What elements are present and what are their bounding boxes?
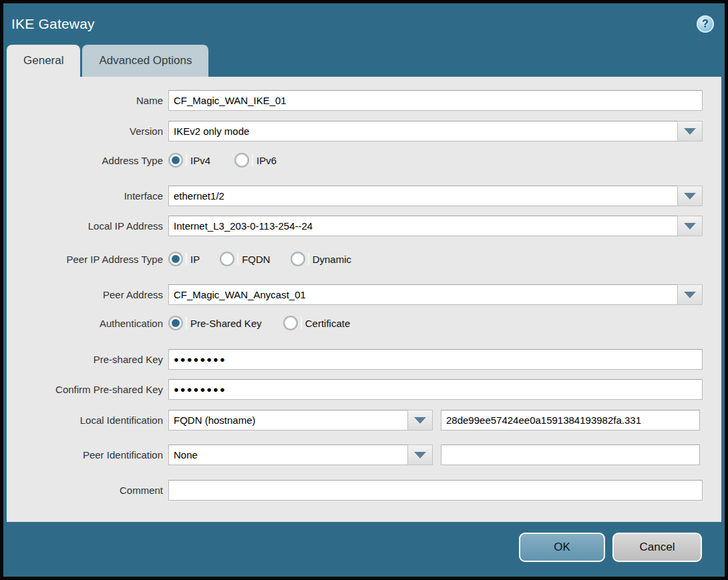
chevron-down-icon	[684, 223, 696, 230]
peer-address-label: Peer Address	[7, 289, 168, 300]
name-row: Name	[7, 90, 715, 111]
comment-input[interactable]	[168, 480, 703, 501]
confirm-preshared-key-row: Confirm Pre-shared Key	[7, 379, 715, 400]
tab-general-label: General	[23, 54, 63, 67]
radio-ipv6-label: IPv6	[256, 155, 277, 166]
peer-address-select	[168, 284, 703, 305]
radio-certificate-label: Certificate	[305, 318, 351, 329]
local-ip-input[interactable]	[168, 216, 678, 236]
local-ip-dropdown-button[interactable]	[677, 216, 703, 236]
tab-advanced-options-label: Advanced Options	[99, 54, 192, 67]
dialog-title: IKE Gateway	[11, 16, 95, 32]
version-input[interactable]	[168, 121, 678, 141]
peer-address-dropdown-button[interactable]	[677, 284, 703, 305]
peer-ip-type-label: Peer IP Address Type	[7, 254, 168, 265]
local-ip-row: Local IP Address	[7, 216, 715, 236]
peer-identification-type-input[interactable]	[168, 445, 408, 465]
chevron-down-icon	[414, 452, 426, 459]
interface-dropdown-button[interactable]	[677, 186, 703, 206]
dialog-header: IKE Gateway ?	[3, 3, 725, 45]
authentication-label: Authentication	[7, 318, 168, 329]
radio-certificate[interactable]	[283, 316, 298, 330]
help-icon[interactable]: ?	[697, 15, 714, 33]
radio-separator	[186, 253, 187, 265]
peer-identification-row: Peer Identification	[7, 445, 715, 465]
comment-row: Comment	[7, 480, 715, 501]
name-label: Name	[7, 95, 168, 106]
local-ip-select	[168, 216, 703, 236]
version-dropdown-button[interactable]	[677, 121, 703, 141]
general-tab-panel: Name Version Address Type IPv4	[7, 77, 721, 522]
radio-ipv6[interactable]	[234, 153, 249, 168]
cancel-button[interactable]: Cancel	[612, 533, 702, 562]
radio-peer-ip-label: IP	[190, 254, 200, 265]
radio-peer-ip[interactable]	[168, 252, 183, 266]
interface-row: Interface	[7, 186, 715, 206]
radio-separator	[186, 317, 187, 329]
radio-ipv4-label: IPv4	[190, 155, 210, 166]
local-ip-label: Local IP Address	[7, 220, 168, 232]
chevron-down-icon	[684, 193, 696, 200]
radio-separator	[186, 154, 187, 166]
dialog-footer: OK Cancel	[3, 522, 725, 577]
interface-input[interactable]	[168, 186, 678, 206]
radio-peer-fqdn-label: FQDN	[242, 254, 270, 265]
peer-identification-select	[168, 445, 433, 465]
radio-separator	[252, 154, 253, 166]
local-identification-label: Local Identification	[7, 414, 168, 426]
confirm-preshared-key-label: Confirm Pre-shared Key	[7, 384, 168, 395]
radio-peer-dynamic[interactable]	[291, 252, 305, 266]
confirm-preshared-key-input[interactable]	[168, 379, 703, 400]
ike-gateway-dialog: { "dialog": { "title": "IKE Gateway", "h…	[0, 0, 728, 580]
preshared-key-input[interactable]	[168, 349, 703, 370]
tab-general[interactable]: General	[7, 45, 80, 77]
preshared-key-row: Pre-shared Key	[7, 349, 715, 370]
version-select	[168, 121, 703, 141]
radio-separator	[237, 253, 238, 265]
tab-bar: General Advanced Options	[3, 45, 725, 77]
radio-separator	[301, 317, 302, 329]
radio-peer-fqdn[interactable]	[220, 252, 234, 266]
version-row: Version	[7, 121, 715, 141]
chevron-down-icon	[684, 128, 696, 135]
authentication-row: Authentication Pre-Shared Key Certificat…	[7, 316, 715, 330]
radio-peer-dynamic-label: Dynamic	[313, 254, 351, 265]
address-type-row: Address Type IPv4 IPv6	[7, 153, 715, 168]
peer-identification-value-input[interactable]	[441, 445, 700, 465]
interface-select	[168, 186, 703, 206]
radio-preshared-key[interactable]	[168, 316, 183, 330]
peer-identification-label: Peer Identification	[7, 449, 168, 461]
radio-preshared-key-label: Pre-Shared Key	[190, 318, 262, 329]
local-identification-type-input[interactable]	[168, 410, 408, 430]
local-identification-row: Local Identification	[7, 410, 715, 430]
tab-advanced-options[interactable]: Advanced Options	[82, 45, 208, 77]
local-identification-select	[168, 410, 433, 430]
peer-identification-dropdown-button[interactable]	[407, 445, 433, 465]
ok-button[interactable]: OK	[519, 533, 605, 562]
version-label: Version	[7, 125, 168, 137]
name-input[interactable]	[168, 90, 703, 111]
peer-address-input[interactable]	[168, 284, 678, 305]
interface-label: Interface	[7, 190, 168, 202]
peer-address-row: Peer Address	[7, 284, 715, 305]
local-identification-dropdown-button[interactable]	[407, 410, 433, 430]
chevron-down-icon	[414, 417, 426, 424]
chevron-down-icon	[684, 292, 696, 298]
comment-label: Comment	[7, 485, 168, 496]
radio-ipv4[interactable]	[168, 153, 183, 168]
address-type-label: Address Type	[7, 155, 168, 166]
radio-separator	[308, 253, 309, 265]
preshared-key-label: Pre-shared Key	[7, 354, 168, 365]
peer-ip-type-row: Peer IP Address Type IP FQDN Dynamic	[7, 252, 715, 266]
local-identification-value-input[interactable]	[441, 410, 700, 430]
